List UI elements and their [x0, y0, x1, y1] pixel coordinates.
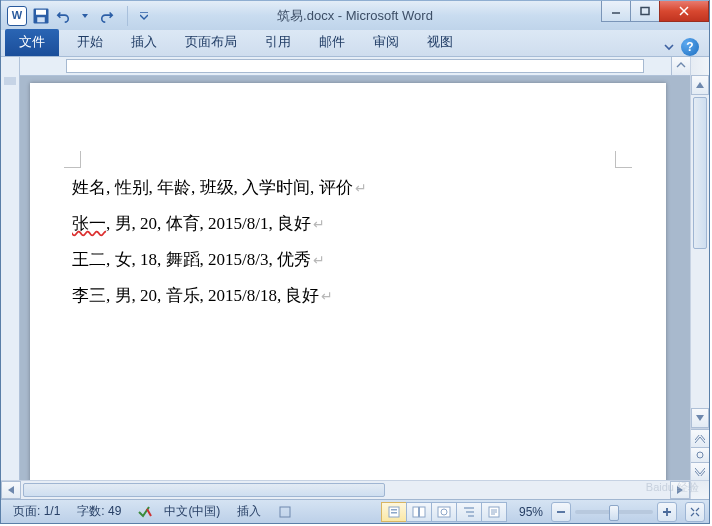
document-page[interactable]: 姓名, 性别, 年龄, 班级, 入学时间, 评价↵ 张一, 男, 20, 体育,…	[30, 83, 666, 480]
view-buttons	[382, 502, 507, 522]
window-title: 筑易.docx - Microsoft Word	[277, 7, 433, 25]
spellcheck-icon[interactable]	[134, 502, 156, 522]
titlebar: W 筑易.docx - Microsoft Word	[1, 0, 709, 30]
undo-button[interactable]	[53, 6, 73, 26]
tab-review[interactable]: 审阅	[359, 28, 413, 56]
zoom-out-button[interactable]	[551, 502, 571, 522]
tab-view[interactable]: 视图	[413, 28, 467, 56]
draft-view-button[interactable]	[481, 502, 507, 522]
scroll-thumb-h[interactable]	[23, 483, 385, 497]
outline-view-button[interactable]	[456, 502, 482, 522]
scroll-down-button[interactable]	[691, 408, 709, 428]
status-page[interactable]: 页面: 1/1	[5, 503, 69, 520]
tab-home[interactable]: 开始	[63, 28, 117, 56]
text-line: 姓名, 性别, 年龄, 班级, 入学时间, 评价↵	[72, 179, 624, 196]
text-line: 王二, 女, 18, 舞蹈, 2015/8/3, 优秀↵	[72, 251, 624, 268]
paragraph-mark-icon: ↵	[313, 217, 325, 232]
ruler-marker	[4, 77, 16, 85]
undo-dropdown[interactable]	[75, 6, 95, 26]
status-language[interactable]: 中文(中国)	[156, 503, 229, 520]
file-tab[interactable]: 文件	[5, 29, 59, 56]
tab-pagelayout[interactable]: 页面布局	[171, 28, 251, 56]
scroll-thumb[interactable]	[693, 97, 707, 249]
zoom-slider-thumb[interactable]	[609, 505, 619, 521]
margin-marker-tr	[615, 151, 632, 168]
scroll-right-button[interactable]	[670, 481, 690, 499]
vertical-scrollbar[interactable]	[690, 57, 709, 480]
zoom-slider[interactable]	[575, 510, 653, 514]
vertical-ruler[interactable]	[1, 57, 20, 480]
scroll-corner	[690, 481, 709, 499]
word-window: W 筑易.docx - Microsoft Word 文件 开始 插入 页面布	[0, 0, 710, 524]
scroll-up-button[interactable]	[691, 75, 709, 95]
ruler-corner	[691, 57, 709, 75]
svg-rect-9	[413, 507, 419, 517]
prev-page-button[interactable]	[691, 429, 709, 447]
svg-rect-7	[391, 509, 397, 511]
next-page-button[interactable]	[691, 462, 709, 480]
word-app-icon[interactable]: W	[7, 6, 27, 26]
svg-rect-2	[37, 17, 45, 22]
horizontal-ruler[interactable]	[20, 57, 690, 76]
status-bar: 页面: 1/1 字数: 49 中文(中国) 插入 95%	[1, 499, 709, 523]
tab-mailings[interactable]: 邮件	[305, 28, 359, 56]
fullscreen-reading-view-button[interactable]	[406, 502, 432, 522]
text-line: 李三, 男, 20, 音乐, 2015/8/18, 良好↵	[72, 287, 624, 304]
paragraph-mark-icon: ↵	[355, 181, 367, 196]
svg-rect-10	[419, 507, 425, 517]
document-area: 姓名, 性别, 年龄, 班级, 入学时间, 评价↵ 张一, 男, 20, 体育,…	[1, 57, 709, 480]
scroll-track[interactable]	[691, 95, 709, 408]
svg-rect-8	[391, 512, 397, 514]
svg-rect-3	[641, 8, 649, 15]
paragraph-mark-icon: ↵	[321, 289, 333, 304]
zoom-controls: 95%	[515, 502, 705, 522]
page-nav-buttons	[691, 428, 709, 480]
margin-marker-tl	[64, 151, 81, 168]
qat-separator	[119, 6, 128, 26]
help-button[interactable]: ?	[681, 38, 699, 56]
status-insert-mode[interactable]: 插入	[229, 503, 270, 520]
print-layout-view-button[interactable]	[381, 502, 407, 522]
zoom-level[interactable]: 95%	[515, 505, 547, 519]
macro-record-icon[interactable]	[274, 502, 296, 522]
ruler-expand-button[interactable]	[671, 57, 690, 76]
redo-button[interactable]	[97, 6, 117, 26]
window-controls	[601, 1, 709, 21]
close-button[interactable]	[659, 1, 709, 22]
minimize-button[interactable]	[601, 1, 631, 22]
zoom-in-button[interactable]	[657, 502, 677, 522]
horizontal-scrollbar[interactable]	[1, 480, 709, 499]
document-viewport: 姓名, 性别, 年龄, 班级, 入学时间, 评价↵ 张一, 男, 20, 体育,…	[20, 57, 690, 480]
maximize-button[interactable]	[631, 1, 659, 22]
zoom-fit-button[interactable]	[685, 502, 705, 522]
scroll-track-h[interactable]	[21, 481, 670, 499]
ribbon-tabs: 文件 开始 插入 页面布局 引用 邮件 审阅 视图 ?	[1, 30, 709, 57]
scroll-left-button[interactable]	[1, 481, 21, 499]
tab-references[interactable]: 引用	[251, 28, 305, 56]
svg-rect-1	[36, 9, 46, 14]
web-layout-view-button[interactable]	[431, 502, 457, 522]
ribbon-minimize-button[interactable]	[663, 41, 675, 53]
ruler-active-area	[66, 59, 644, 73]
quick-access-toolbar	[31, 6, 154, 26]
browse-object-button[interactable]	[691, 447, 709, 462]
save-button[interactable]	[31, 6, 51, 26]
svg-point-4	[697, 452, 703, 458]
qat-customize-button[interactable]	[134, 6, 154, 26]
document-content[interactable]: 姓名, 性别, 年龄, 班级, 入学时间, 评价↵ 张一, 男, 20, 体育,…	[72, 179, 624, 323]
paragraph-mark-icon: ↵	[313, 253, 325, 268]
text-line: 张一, 男, 20, 体育, 2015/8/1, 良好↵	[72, 215, 624, 232]
tab-insert[interactable]: 插入	[117, 28, 171, 56]
status-word-count[interactable]: 字数: 49	[69, 503, 130, 520]
spelling-error: 张一	[72, 214, 106, 233]
svg-rect-5	[280, 507, 290, 517]
